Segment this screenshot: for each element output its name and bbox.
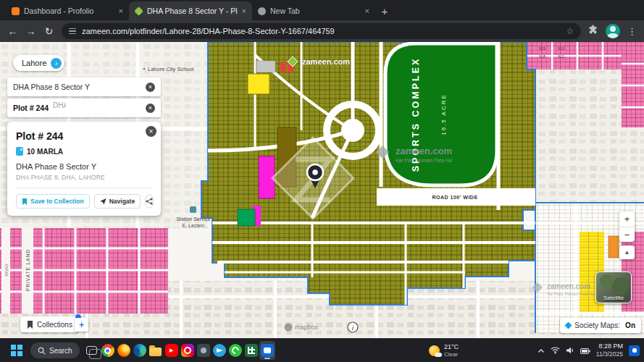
profile-avatar[interactable] xyxy=(606,24,620,38)
weather-icon xyxy=(429,345,440,356)
map-area: ROAD PRIVATE LAND 919 918 913 912 xyxy=(0,42,644,338)
weather-condition: Clear xyxy=(444,351,459,358)
profolio-favicon xyxy=(12,7,20,15)
mail-app-icon[interactable] xyxy=(259,341,275,360)
watermark-br-tagline: Har Pata, Humain Pata Hai xyxy=(547,292,595,296)
plot-chip-sub: DHA Phase 8 Sector Y xyxy=(53,101,66,114)
tab-close-icon[interactable]: × xyxy=(365,7,369,15)
road-label: ROAD xyxy=(4,264,9,277)
chrome-icon[interactable] xyxy=(100,341,116,360)
tab-close-icon[interactable]: × xyxy=(242,7,246,15)
camera-icon[interactable] xyxy=(196,341,212,360)
browser-tab-strip: Dashboard - Profolio × DHA Phase 8 Secto… xyxy=(0,0,644,20)
plot-number: 919 xyxy=(539,46,545,51)
watermark-mid: zameen.com xyxy=(396,146,452,156)
chevron-right-icon: › xyxy=(51,58,62,69)
new-tab-button[interactable]: + xyxy=(375,1,394,20)
search-input[interactable]: DHA Phase 8 Sector Y × xyxy=(7,77,161,96)
windows-taskbar: Search ▶ 21°C Clear xyxy=(0,338,644,362)
tab-title: DHA Phase 8 Sector Y - Plot 24 xyxy=(147,7,238,15)
city-chip[interactable]: Lahore › xyxy=(13,55,64,71)
plot-detail-card: × Plot # 244 10 MARLA DHA Phase 8 Sector… xyxy=(7,122,161,216)
wifi-icon[interactable] xyxy=(551,344,560,357)
system-clock[interactable]: 8:28 PM 11/3/2025 xyxy=(596,342,623,358)
extensions-icon[interactable] xyxy=(588,25,598,38)
volume-icon[interactable] xyxy=(566,344,574,357)
youtube-icon[interactable]: ▶ xyxy=(164,341,180,360)
plot-location: DHA Phase 8 Sector Y xyxy=(16,162,152,171)
zoom-out-button[interactable]: − xyxy=(619,227,635,242)
plot-number: 918 xyxy=(539,54,545,59)
firefox-icon[interactable] xyxy=(116,341,132,360)
mapbox-label[interactable]: mapbox xyxy=(295,324,319,331)
forward-button[interactable]: → xyxy=(25,25,36,37)
acreage-label: 16.5 ACRE xyxy=(440,93,447,135)
tab-title: New Tab xyxy=(270,7,361,15)
city-chip-label: Lahore xyxy=(22,59,46,67)
plot-size-icon xyxy=(16,147,23,156)
spreadsheet-app-icon[interactable] xyxy=(243,341,259,360)
battery-icon[interactable] xyxy=(580,344,590,357)
navigate-button[interactable]: Navigate xyxy=(94,194,141,209)
reload-button[interactable]: ↻ xyxy=(43,25,54,37)
tab-title: Dashboard - Profolio xyxy=(24,7,114,15)
bookmark-star-icon[interactable]: ☆ xyxy=(566,26,574,36)
start-button[interactable] xyxy=(7,341,26,360)
mapbox-logo-icon xyxy=(285,324,293,332)
society-maps-toggle[interactable]: Society Maps: On xyxy=(560,318,641,333)
road-100-label: ROAD 100' WIDE xyxy=(432,195,477,200)
station-icon xyxy=(190,206,196,213)
taskbar-search[interactable]: Search xyxy=(30,342,80,358)
save-to-collection-button[interactable]: Save to Collection xyxy=(16,194,90,209)
weather-temp: 21°C xyxy=(444,343,459,350)
tray-expand-icon[interactable] xyxy=(538,344,545,357)
instagram-icon[interactable] xyxy=(180,341,196,360)
bookmark-icon xyxy=(27,321,33,329)
share-icon xyxy=(146,198,153,205)
school-label: Lahore City School xyxy=(148,66,194,72)
site-settings-icon[interactable] xyxy=(69,28,76,35)
back-button[interactable]: ← xyxy=(7,25,18,37)
search-query-text: DHA Phase 8 Sector Y xyxy=(13,83,90,91)
watermark-mid-tagline: Har Pata, Humain Pata Hai xyxy=(396,158,452,163)
satellite-toggle[interactable]: Satellite xyxy=(595,272,632,303)
clear-plot-icon[interactable]: × xyxy=(146,104,155,113)
file-explorer-icon[interactable] xyxy=(148,341,164,360)
zameen-favicon xyxy=(134,7,143,16)
sector-y: SPORTS COMPLEX 16.5 ACRE ROAD 100' WIDE xyxy=(201,42,535,305)
url-text: zameen.com/plotfinder/Lahore-28/DHA-Phas… xyxy=(82,27,560,35)
tab-new-tab[interactable]: New Tab × xyxy=(252,1,375,20)
tab-close-icon[interactable]: × xyxy=(119,7,123,15)
collections-button[interactable]: Collections xyxy=(20,316,79,332)
edge-icon[interactable] xyxy=(132,341,148,360)
plot-title: Plot # 244 xyxy=(16,130,152,142)
browser-menu-icon[interactable]: ⋮ xyxy=(627,26,637,37)
watermark-top: zameen.com xyxy=(302,57,350,66)
plot-filter-chip[interactable]: Plot # 244 DHA Phase 8 Sector Y × xyxy=(7,98,161,117)
address-bar[interactable]: zameen.com/plotfinder/Lahore-28/DHA-Phas… xyxy=(62,23,581,39)
browser-toolbar: ← → ↻ zameen.com/plotfinder/Lahore-28/DH… xyxy=(0,20,644,42)
plot-address: DHA PHASE 8, DHA, LAHORE xyxy=(16,174,152,181)
clear-search-icon[interactable]: × xyxy=(146,83,155,92)
plot-number: 912 xyxy=(558,54,564,59)
tray-date: 11/3/2025 xyxy=(596,350,623,358)
society-maps-state: On xyxy=(625,321,635,329)
globe-favicon xyxy=(258,7,266,15)
navigate-icon xyxy=(100,198,106,205)
compass-button[interactable]: ▲ xyxy=(619,245,635,259)
telegram-icon[interactable] xyxy=(212,341,227,360)
tab-dha-phase-8[interactable]: DHA Phase 8 Sector Y - Plot 24 × xyxy=(129,1,252,20)
close-card-icon[interactable]: × xyxy=(146,126,156,137)
search-icon xyxy=(38,347,46,355)
add-collection-button[interactable]: + xyxy=(75,318,88,332)
plot-area: 10 MARLA xyxy=(27,148,63,156)
zoom-in-button[interactable]: + xyxy=(619,211,635,227)
whatsapp-icon[interactable] xyxy=(227,341,243,360)
weather-widget[interactable]: 21°C Clear xyxy=(429,339,459,362)
station-label-1: Station Service xyxy=(176,216,210,222)
notification-icon[interactable] xyxy=(629,345,640,356)
tab-dashboard-profolio[interactable]: Dashboard - Profolio × xyxy=(6,1,129,20)
task-view-icon[interactable] xyxy=(84,341,100,360)
share-button[interactable] xyxy=(145,194,154,209)
station-label-2: E. Leclerc xyxy=(182,223,205,228)
